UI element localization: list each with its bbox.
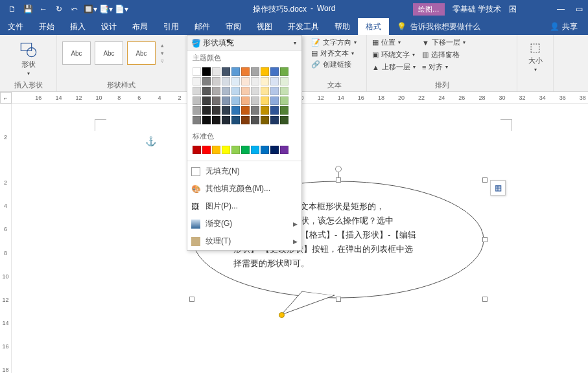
color-swatch[interactable]	[251, 87, 259, 95]
color-swatch[interactable]	[270, 96, 279, 105]
qat-save-icon[interactable]: 💾	[21, 2, 35, 16]
no-fill-item[interactable]: 无填充(N)	[187, 163, 301, 180]
color-swatch[interactable]	[202, 67, 211, 76]
color-swatch[interactable]	[280, 96, 288, 105]
color-swatch[interactable]	[280, 106, 288, 115]
tab-review[interactable]: 审阅	[218, 18, 249, 35]
resize-handle-s[interactable]	[336, 297, 341, 302]
color-swatch[interactable]	[231, 96, 240, 105]
color-swatch[interactable]	[231, 87, 240, 95]
minimize-icon[interactable]: —	[552, 5, 570, 14]
resize-handle-sw[interactable]	[189, 297, 194, 302]
shape-style-gallery[interactable]: Abc Abc Abc ▴ ▾ ▿	[62, 38, 180, 65]
shape-fill-button[interactable]: 🪣 形状填充 ▾	[187, 36, 301, 51]
color-swatch[interactable]	[251, 67, 259, 76]
color-swatch[interactable]	[222, 116, 230, 124]
color-swatch[interactable]	[212, 77, 220, 85]
color-swatch[interactable]	[212, 87, 220, 95]
color-swatch[interactable]	[222, 106, 230, 115]
resize-handle-e[interactable]	[482, 237, 488, 242]
gallery-more-icon[interactable]: ▿	[161, 58, 164, 64]
color-swatch[interactable]	[222, 77, 230, 85]
color-swatch[interactable]	[261, 116, 269, 124]
picture-fill-item[interactable]: 🖼图片(P)...	[187, 198, 301, 215]
tab-view[interactable]: 视图	[249, 18, 280, 35]
color-swatch[interactable]	[251, 146, 259, 154]
color-swatch[interactable]	[193, 146, 201, 154]
color-swatch[interactable]	[251, 77, 259, 85]
color-swatch[interactable]	[193, 106, 201, 115]
color-swatch[interactable]	[202, 106, 211, 115]
qat-new-icon[interactable]: 🗋	[5, 2, 19, 16]
align-button[interactable]: ≡对齐▾	[422, 62, 465, 72]
color-swatch[interactable]	[202, 77, 211, 85]
color-swatch[interactable]	[202, 116, 211, 124]
color-swatch[interactable]	[270, 67, 279, 76]
tell-me[interactable]: 💡 告诉我你想要做什么	[397, 21, 480, 32]
texture-fill-item[interactable]: 纹理(T)	[187, 232, 301, 250]
style-sample-3[interactable]: Abc	[127, 41, 156, 65]
tab-mailings[interactable]: 邮件	[187, 18, 218, 35]
resize-handle-ne[interactable]	[482, 177, 488, 183]
qat-more3-icon[interactable]: 📄▾	[114, 2, 128, 16]
color-swatch[interactable]	[261, 106, 269, 115]
color-swatch[interactable]	[270, 77, 279, 85]
color-swatch[interactable]	[231, 146, 240, 154]
gradient-fill-item[interactable]: 渐变(G)	[187, 215, 301, 232]
color-swatch[interactable]	[193, 87, 201, 95]
color-swatch[interactable]	[241, 87, 250, 95]
color-swatch[interactable]	[202, 146, 211, 154]
color-swatch[interactable]	[222, 87, 230, 95]
color-swatch[interactable]	[280, 77, 288, 85]
shapes-button[interactable]: 形状 ▾	[5, 38, 51, 79]
rotation-handle[interactable]	[335, 166, 342, 172]
more-colors-item[interactable]: 🎨其他填充颜色(M)...	[187, 180, 301, 198]
color-swatch[interactable]	[270, 87, 279, 95]
align-text-button[interactable]: ▤对齐文本▾	[311, 49, 361, 58]
color-swatch[interactable]	[222, 146, 230, 154]
account-icon[interactable]: 囨	[509, 4, 517, 15]
share-button[interactable]: 👤 共享	[550, 21, 578, 32]
wrap-text-button[interactable]: ▣环绕文字▾	[372, 50, 416, 60]
tab-layout[interactable]: 布局	[124, 18, 156, 35]
tab-developer[interactable]: 开发工具	[280, 18, 327, 35]
style-sample-2[interactable]: Abc	[95, 41, 123, 65]
color-swatch[interactable]	[270, 106, 279, 115]
resize-handle-se[interactable]	[482, 297, 488, 302]
qat-undo-icon[interactable]: ⤺	[67, 2, 82, 16]
color-swatch[interactable]	[251, 106, 259, 115]
tab-file[interactable]: 文件	[0, 18, 31, 35]
layout-options-button[interactable]: ▦	[490, 180, 506, 196]
color-swatch[interactable]	[212, 96, 220, 105]
position-button[interactable]: ▦位置▾	[372, 38, 416, 47]
qat-more1-icon[interactable]: 🔲▾	[83, 2, 97, 16]
tab-insert[interactable]: 插入	[62, 18, 93, 35]
bring-forward-button[interactable]: ▲上移一层▾	[372, 62, 416, 72]
color-swatch[interactable]	[261, 96, 269, 105]
size-button[interactable]: ⬚ 大小 ▾	[523, 38, 548, 75]
selection-pane-button[interactable]: ▥选择窗格	[422, 50, 465, 60]
tab-selector[interactable]: ⌐	[0, 92, 12, 104]
tab-home[interactable]: 开始	[31, 18, 62, 35]
tab-format[interactable]: 格式	[358, 18, 389, 35]
color-swatch[interactable]	[202, 96, 211, 105]
color-swatch[interactable]	[241, 146, 250, 154]
color-swatch[interactable]	[270, 116, 279, 124]
color-swatch[interactable]	[212, 116, 220, 124]
color-swatch[interactable]	[193, 116, 201, 124]
create-link-button[interactable]: 🔗创建链接	[311, 60, 361, 69]
color-swatch[interactable]	[222, 96, 230, 105]
maximize-icon[interactable]: ▭	[570, 5, 588, 14]
qat-redo-icon[interactable]: ↻	[52, 2, 66, 16]
color-swatch[interactable]	[231, 67, 240, 76]
tab-design[interactable]: 设计	[93, 18, 124, 35]
color-swatch[interactable]	[231, 106, 240, 115]
color-swatch[interactable]	[241, 77, 250, 85]
color-swatch[interactable]	[261, 77, 269, 85]
ruler-vertical[interactable]: 224681012141618	[0, 104, 12, 373]
color-swatch[interactable]	[222, 67, 230, 76]
color-swatch[interactable]	[202, 87, 211, 95]
send-backward-button[interactable]: ▼下移一层▾	[422, 38, 465, 47]
tab-help[interactable]: 帮助	[327, 18, 358, 35]
gallery-up-icon[interactable]: ▴	[161, 42, 164, 49]
